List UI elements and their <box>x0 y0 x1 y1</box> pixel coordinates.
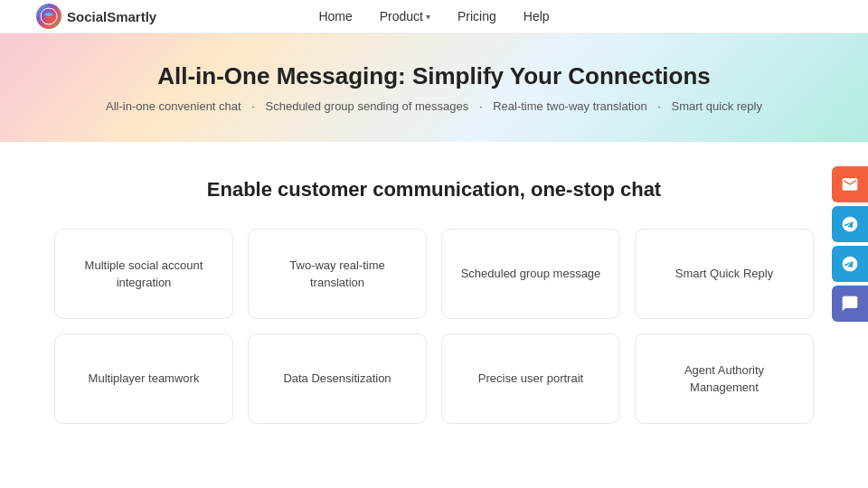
hero-feature-1: All-in-one convenient chat <box>106 99 241 113</box>
feature-card-authority: Agent Authority Management <box>635 333 814 424</box>
feature-label-3: Scheduled group message <box>461 265 601 283</box>
features-grid: Multiple social account integration Two-… <box>54 229 814 424</box>
feature-card-portrait: Precise user portrait <box>441 333 620 424</box>
feature-label-7: Precise user portrait <box>478 370 583 388</box>
logo-text: SocialSmartly <box>67 9 156 24</box>
logo-icon <box>36 4 61 29</box>
floating-buttons <box>832 166 868 322</box>
hero-dot-3: · <box>657 99 664 113</box>
feature-label-2: Two-way real-time translation <box>263 257 411 292</box>
feature-card-scheduled: Scheduled group message <box>441 229 620 319</box>
nav-product[interactable]: Product ▾ <box>380 9 430 23</box>
nav-home[interactable]: Home <box>318 9 352 23</box>
float-telegram2-button[interactable] <box>832 246 868 282</box>
feature-card-quick-reply: Smart Quick Reply <box>635 229 814 319</box>
navbar: SocialSmartly Home Product ▾ Pricing Hel… <box>0 0 868 33</box>
nav-pricing[interactable]: Pricing <box>458 9 496 23</box>
float-chat-button[interactable] <box>832 286 868 322</box>
feature-card-social-accounts: Multiple social account integration <box>54 229 233 319</box>
hero-banner: All-in-One Messaging: Simplify Your Conn… <box>0 33 868 142</box>
features-title: Enable customer communication, one-stop … <box>54 178 814 202</box>
float-telegram1-button[interactable] <box>832 206 868 242</box>
hero-feature-3: Real-time two-way translation <box>493 99 647 113</box>
feature-label-4: Smart Quick Reply <box>675 265 773 283</box>
feature-card-desensitization: Data Desensitization <box>248 333 427 424</box>
float-email-button[interactable] <box>832 166 868 202</box>
hero-title: All-in-One Messaging: Simplify Your Conn… <box>36 62 832 90</box>
feature-label-5: Multiplayer teamwork <box>89 370 200 388</box>
hero-dot-2: · <box>479 99 486 113</box>
nav-links: Home Product ▾ Pricing Help <box>318 9 549 23</box>
hero-subtitle: All-in-one convenient chat · Scheduled g… <box>36 99 832 113</box>
feature-label-6: Data Desensitization <box>283 370 391 388</box>
hero-feature-4: Smart quick reply <box>672 99 762 113</box>
hero-feature-2: Scheduled group sending of messages <box>266 99 469 113</box>
feature-card-translation: Two-way real-time translation <box>248 229 427 319</box>
less-service-section: Less Service Cost, More Customer Satisfa… <box>0 460 868 488</box>
nav-help[interactable]: Help <box>524 9 550 23</box>
hero-dot-1: · <box>251 99 258 113</box>
feature-label-1: Multiple social account integration <box>70 257 218 292</box>
feature-label-8: Agent Authority Management <box>650 361 798 397</box>
features-section: Enable customer communication, one-stop … <box>0 142 868 460</box>
feature-card-teamwork: Multiplayer teamwork <box>54 333 233 424</box>
logo-area[interactable]: SocialSmartly <box>36 4 156 29</box>
chevron-down-icon: ▾ <box>426 12 430 22</box>
